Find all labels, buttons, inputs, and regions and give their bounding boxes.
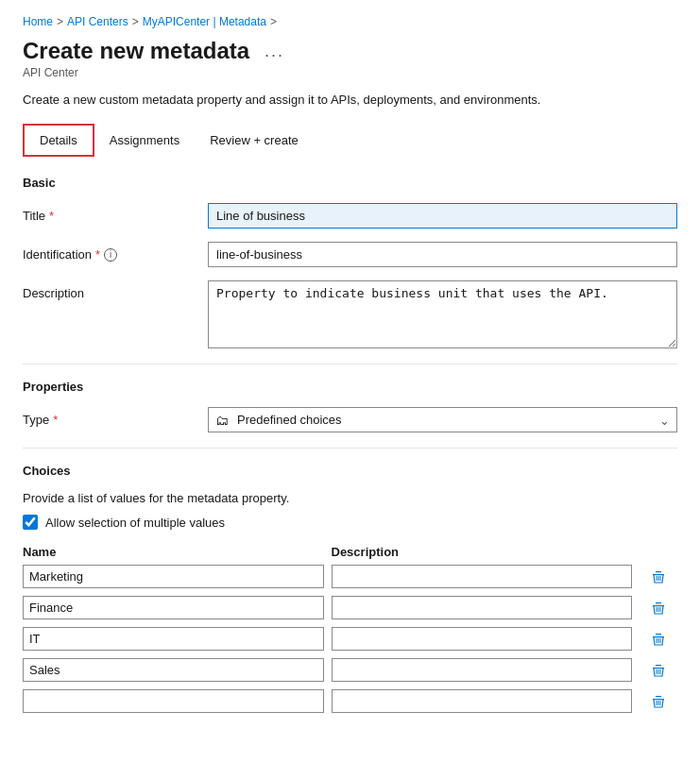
choice-row-4: [23, 689, 677, 713]
multiple-values-label[interactable]: Allow selection of multiple values: [45, 516, 225, 530]
svg-rect-21: [656, 696, 661, 697]
type-required: *: [53, 413, 58, 427]
svg-rect-20: [653, 699, 664, 700]
tabs-container: Details Assignments Review + create: [23, 124, 677, 157]
choice-desc-1[interactable]: [332, 596, 633, 619]
description-row: Description Property to indicate busines…: [23, 280, 677, 348]
ellipsis-button[interactable]: ...: [259, 40, 290, 63]
svg-rect-0: [653, 574, 664, 575]
separator-2: [23, 448, 677, 449]
title-input[interactable]: [208, 203, 677, 229]
title-label: Title *: [23, 203, 193, 223]
choice-row-2: [23, 627, 677, 651]
page-subtitle: API Center: [23, 66, 677, 79]
choice-row-0: [23, 565, 677, 588]
title-required: *: [49, 209, 54, 223]
choice-desc-3[interactable]: [332, 658, 633, 682]
breadcrumb-api-centers[interactable]: API Centers: [67, 15, 128, 28]
tab-review-create[interactable]: Review + create: [195, 124, 314, 157]
svg-rect-5: [653, 605, 664, 606]
svg-rect-10: [653, 636, 664, 637]
choice-name-3[interactable]: [23, 658, 324, 682]
type-row: Type * 🗂 Predefined choices String Numbe…: [23, 407, 677, 432]
breadcrumb-home[interactable]: Home: [23, 15, 53, 28]
choice-name-2[interactable]: [23, 627, 324, 651]
choice-desc-0[interactable]: [332, 565, 633, 588]
type-select-wrapper: 🗂 Predefined choices String Number Boole…: [208, 407, 677, 432]
choice-row-1: [23, 596, 677, 619]
identification-row: Identification * i: [23, 242, 677, 267]
type-select[interactable]: Predefined choices String Number Boolean…: [208, 407, 677, 432]
multiple-values-checkbox[interactable]: [23, 515, 38, 530]
choices-table-header: Name Description: [23, 545, 677, 565]
svg-rect-1: [656, 571, 661, 572]
choice-name-1[interactable]: [23, 596, 324, 619]
page-title-row: Create new metadata ...: [23, 38, 677, 64]
page-title: Create new metadata: [23, 38, 249, 64]
breadcrumb-sep-1: >: [57, 15, 63, 28]
delete-choice-0[interactable]: [640, 567, 677, 586]
choice-desc-4[interactable]: [332, 689, 633, 713]
breadcrumb-sep-3: >: [270, 15, 277, 28]
delete-choice-1[interactable]: [640, 599, 677, 618]
breadcrumb-myapicenter[interactable]: MyAPICenter | Metadata: [143, 15, 266, 28]
delete-choice-2[interactable]: [640, 630, 677, 649]
delete-choice-4[interactable]: [640, 692, 677, 711]
identification-input[interactable]: [208, 242, 677, 267]
svg-rect-15: [653, 668, 664, 669]
svg-rect-16: [656, 665, 661, 666]
col-action-header: [640, 545, 677, 559]
identification-info-icon[interactable]: i: [104, 248, 117, 262]
identification-required: *: [95, 247, 100, 262]
choices-description: Provide a list of values for the metadat…: [23, 491, 677, 505]
description-label: Description: [23, 280, 193, 300]
delete-choice-3[interactable]: [640, 661, 677, 680]
choice-name-0[interactable]: [23, 565, 324, 588]
svg-rect-11: [656, 634, 661, 635]
identification-label: Identification * i: [23, 242, 193, 262]
multiple-values-row: Allow selection of multiple values: [23, 515, 677, 530]
choices-section-title: Choices: [23, 464, 677, 478]
breadcrumb: Home > API Centers > MyAPICenter | Metad…: [23, 15, 677, 28]
choice-row-3: [23, 658, 677, 682]
type-label: Type *: [23, 407, 193, 427]
col-name-header: Name: [23, 545, 324, 559]
col-description-header: Description: [332, 545, 633, 559]
properties-section-title: Properties: [23, 380, 677, 394]
choice-name-4[interactable]: [23, 689, 324, 713]
tab-details[interactable]: Details: [23, 124, 94, 157]
description-input[interactable]: Property to indicate business unit that …: [208, 280, 677, 348]
page-description: Create a new custom metadata property an…: [23, 93, 677, 107]
separator-1: [23, 364, 677, 364]
svg-rect-6: [656, 602, 661, 603]
breadcrumb-sep-2: >: [132, 15, 139, 28]
title-row: Title *: [23, 203, 677, 229]
basic-section-title: Basic: [23, 176, 677, 190]
tab-assignments[interactable]: Assignments: [94, 124, 195, 157]
choice-desc-2[interactable]: [332, 627, 633, 651]
